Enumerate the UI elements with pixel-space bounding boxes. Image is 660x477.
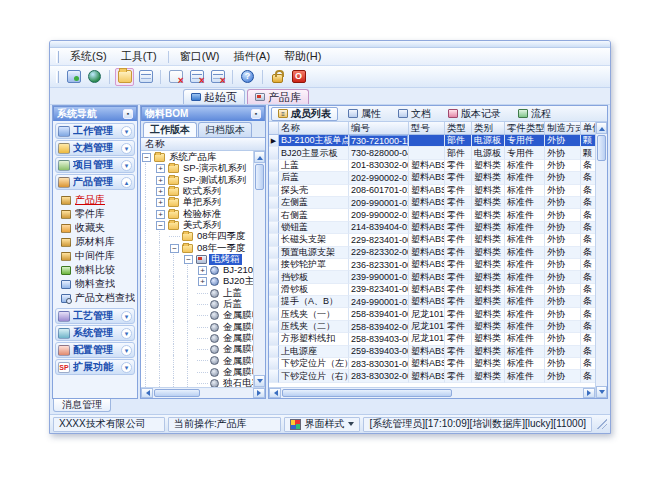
sidebar-group-3[interactable]: 产品管理▴ (55, 174, 135, 190)
detail-tab-成员列表[interactable]: ≡成员列表 (271, 107, 338, 121)
tree-node-金属膜电阻器[interactable]: 金属膜电阻器 (141, 367, 253, 378)
table-row[interactable]: 后盖202-990002-01I塑料ABS零件塑料类标准件外协条 (269, 172, 595, 184)
sidebar-group-4[interactable]: 工艺管理▾ (55, 308, 135, 324)
menu-item-4[interactable]: 插件(A) (226, 48, 277, 65)
scroll-down-button[interactable] (596, 386, 607, 398)
scroll-down-button[interactable] (254, 375, 265, 387)
expand-plus-icon[interactable]: + (156, 164, 165, 173)
toolbar-button-folder-open[interactable] (115, 68, 134, 86)
column-header-型号[interactable]: 型号 (409, 122, 445, 134)
toolbar-button-table-remove[interactable] (187, 68, 206, 86)
tree-node-美式系列[interactable]: −美式系列 (141, 220, 253, 231)
expand-plus-icon[interactable]: + (198, 266, 207, 275)
doc-tab-active[interactable]: 产品库 (247, 89, 309, 104)
bom-panel-menu-button[interactable]: ▪ (251, 109, 261, 119)
menu-item-3[interactable]: 窗口(W) (173, 48, 227, 65)
expand-plus-icon[interactable]: + (198, 277, 207, 286)
sidebar-item-零件库[interactable]: 零件库 (61, 207, 135, 221)
column-header-制造方式[interactable]: 制造方式 (545, 122, 581, 134)
scroll-track[interactable] (596, 162, 607, 386)
bom-tab-工作版本[interactable]: 工作版本 (143, 122, 197, 137)
title-bar[interactable] (50, 41, 610, 48)
tree-node-金属膜电阻器[interactable]: 金属膜电阻器 (141, 321, 253, 332)
scroll-track[interactable] (453, 388, 583, 398)
sidebar-item-中间件库[interactable]: 中间件库 (61, 249, 135, 263)
scroll-right-button[interactable] (583, 388, 595, 398)
column-header-类型[interactable]: 类型 (445, 122, 472, 134)
tree-node-BJ-2100主板单点[interactable]: +BJ-2100主板单点 (141, 265, 253, 276)
scroll-track[interactable] (254, 191, 265, 375)
table-row[interactable]: 下钞定位片（左）283-830301-00I塑料ABS零件塑料类标准件外协条 (269, 358, 595, 370)
tree-node-电烤箱[interactable]: −电烤箱 (141, 254, 253, 265)
column-header-单位[interactable]: 单位 (581, 122, 595, 134)
sidebar-item-物料比较[interactable]: 物料比较 (61, 263, 135, 277)
message-tab[interactable]: 消息管理 (53, 399, 111, 412)
collapse-minus-icon[interactable]: − (156, 221, 165, 230)
toolbar-button-table-remove2[interactable] (208, 68, 227, 86)
chevron-down-icon[interactable]: ▾ (121, 328, 132, 339)
tree-node-金属膜电阻器[interactable]: 金属膜电阻器 (141, 344, 253, 355)
toolbar-button-help[interactable]: ? (238, 68, 257, 86)
column-header-编号[interactable]: 编号 (349, 122, 409, 134)
scroll-left-button[interactable] (141, 388, 153, 398)
toolbar-button-bom-grid[interactable] (136, 68, 155, 86)
tree-node-单把系列[interactable]: +单把系列 (141, 197, 253, 208)
tree-node-SP-演示机系列[interactable]: +SP-演示机系列 (141, 163, 253, 174)
tree-vertical-scrollbar[interactable] (253, 151, 265, 387)
tree-node-金属膜电阻器[interactable]: 金属膜电阻器 (141, 355, 253, 366)
tree-node-SP-测试机系列[interactable]: +SP-测试机系列 (141, 175, 253, 186)
table-row[interactable]: 锁钮盖214-839404-01I塑料ABS零件塑料类标准件外协条 (269, 222, 595, 234)
scroll-thumb[interactable] (255, 164, 264, 190)
column-header-类别[interactable]: 类别 (472, 122, 505, 134)
table-horizontal-scrollbar[interactable] (269, 387, 595, 398)
tree-column-header[interactable]: 名称 (141, 138, 265, 151)
tree-node-08年一季度[interactable]: −08年一季度 (141, 242, 253, 253)
menu-item-5[interactable]: 帮助(H) (277, 48, 328, 65)
tree-node-金属膜电阻器[interactable]: 金属膜电阻器 (141, 310, 253, 321)
sidebar-item-原材料库[interactable]: 原材料库 (61, 235, 135, 249)
sidebar-group-5[interactable]: 系统管理▾ (55, 325, 135, 341)
expand-plus-icon[interactable]: + (156, 187, 165, 196)
column-header-零件类型[interactable]: 零件类型 (505, 122, 545, 134)
chevron-up-icon[interactable]: ▴ (121, 177, 132, 188)
chevron-down-icon[interactable]: ▾ (121, 311, 132, 322)
tree-node-后盖[interactable]: 后盖 (141, 299, 253, 310)
sidebar-menu-button[interactable]: ▪ (123, 109, 133, 119)
detail-tab-流程[interactable]: 流程 (511, 107, 558, 121)
table-row[interactable]: 提手（A、B）249-990001-01I塑料ABS零件塑料类标准件外协条 (269, 296, 595, 308)
tree-node-金属膜电阻器[interactable]: 金属膜电阻器 (141, 333, 253, 344)
doc-tab-inactive[interactable]: 起始页 (183, 89, 245, 104)
sidebar-group-7[interactable]: SP扩展功能▾ (55, 359, 135, 375)
menu-grip[interactable] (56, 51, 59, 63)
window-resize-grip[interactable] (597, 419, 607, 429)
expand-plus-icon[interactable]: + (156, 176, 165, 185)
toolbar-button-system-window[interactable] (64, 68, 83, 86)
toolbar-grip[interactable] (56, 71, 59, 83)
toolbar-button-doc-remove[interactable] (166, 68, 185, 86)
scroll-thumb[interactable] (282, 389, 452, 397)
table-row[interactable]: 左侧盖209-990001-01I塑料ABS零件塑料类标准件外协条 (269, 197, 595, 209)
sidebar-group-0[interactable]: 工作管理▾ (55, 123, 135, 139)
collapse-minus-icon[interactable]: − (170, 244, 179, 253)
scroll-thumb[interactable] (154, 389, 200, 397)
scroll-thumb[interactable] (597, 135, 606, 161)
chevron-down-icon[interactable]: ▾ (121, 126, 132, 137)
sidebar-group-6[interactable]: 配置管理▾ (55, 342, 135, 358)
expand-plus-icon[interactable]: + (156, 198, 165, 207)
tree-node-系统产品库[interactable]: −系统产品库 (141, 152, 253, 163)
tree-node-检验标准[interactable]: +检验标准 (141, 208, 253, 219)
ui-style-selector[interactable]: 界面样式 (284, 417, 360, 432)
toolbar-button-exit[interactable]: O (289, 68, 308, 86)
scroll-up-button[interactable] (254, 151, 265, 163)
table-row[interactable]: 滑钞板239-823401-00I塑料ABS零件塑料类标准件外协条 (269, 284, 595, 296)
tree-node-08年四季度[interactable]: 08年四季度 (141, 231, 253, 242)
tree-node-上盖[interactable]: 上盖 (141, 288, 253, 299)
bom-tab-归档版本[interactable]: 归档版本 (198, 122, 252, 137)
detail-tab-版本记录[interactable]: 版本记录 (441, 107, 508, 121)
table-row[interactable]: 压线夹（一）258-839401-00I尼龙1010零件塑料类标准件外协条 (269, 308, 595, 320)
scroll-track[interactable] (201, 388, 253, 398)
collapse-minus-icon[interactable]: − (184, 255, 193, 264)
sidebar-group-1[interactable]: 文档管理▾ (55, 140, 135, 156)
table-row[interactable]: BJ20主显示板730-828000-04I部件电源板专用件外协颗 (269, 147, 595, 159)
table-row[interactable]: 预置电源支架229-823302-00I塑料ABS零件塑料类标准件外协条 (269, 247, 595, 259)
